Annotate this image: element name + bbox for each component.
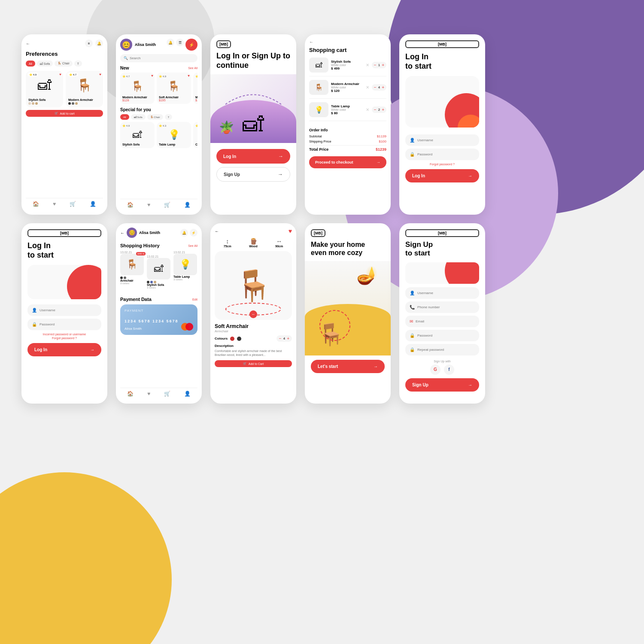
password-field[interactable]: 🔒 <box>405 330 479 341</box>
phone-input[interactable] <box>417 305 475 309</box>
search-input[interactable] <box>130 56 194 60</box>
back-button[interactable]: ← <box>215 229 219 234</box>
username-field[interactable]: 👤 <box>27 304 101 316</box>
see-all[interactable]: See All <box>188 244 197 247</box>
see-all-new[interactable]: See All <box>188 67 197 70</box>
qty-num: 2 <box>378 108 380 112</box>
add-to-cart-button[interactable]: 🛒 Add to cart <box>26 110 103 117</box>
qty-plus[interactable]: + <box>382 85 384 90</box>
qty-plus[interactable]: + <box>287 336 289 341</box>
signup-with-label: Sign Up with <box>405 360 479 363</box>
cart-img-sofa: 🛋 <box>309 58 328 73</box>
checkout-button[interactable]: Proceed to checkout → <box>309 156 386 168</box>
color-dot <box>68 102 71 105</box>
username-field[interactable]: 👤 <box>405 287 479 299</box>
color-black[interactable] <box>237 337 241 341</box>
qty-minus[interactable]: − <box>279 336 282 341</box>
filter-icon[interactable]: ⚡ <box>190 229 197 237</box>
repeat-password-input[interactable] <box>417 348 475 352</box>
login-button[interactable]: Log In → <box>27 343 101 356</box>
password-input[interactable] <box>417 152 475 156</box>
qty-minus[interactable]: − <box>374 85 377 90</box>
total-value: $1239 <box>376 147 386 152</box>
login-button[interactable]: Log In → <box>216 149 290 164</box>
menu-icon[interactable]: ☰ <box>176 39 184 46</box>
filter-t-2[interactable]: T <box>165 114 173 120</box>
item-name: Armchair <box>120 279 144 282</box>
mini-heart[interactable]: ♥ <box>188 74 190 78</box>
mini-heart[interactable]: ♥ <box>151 74 153 78</box>
email-field[interactable]: ✉ <box>405 316 479 327</box>
login-button[interactable]: Log In → <box>405 169 479 182</box>
signup-button[interactable]: Sign Up → <box>216 167 290 182</box>
nav-profile[interactable]: 👤 <box>184 391 191 397</box>
armchair-colors <box>68 102 100 105</box>
filter-sofa-2[interactable]: 🛋 Sofa <box>131 114 146 120</box>
nav-cart[interactable]: 🛒 <box>70 201 76 207</box>
filter-other[interactable]: T <box>74 61 82 67</box>
arrow-icon: → <box>278 153 283 159</box>
nav-favorites[interactable]: ♥ <box>53 201 56 207</box>
password-field[interactable]: 🔒 <box>405 149 479 160</box>
email-input[interactable] <box>416 319 475 323</box>
bell-icon[interactable]: 🔔 <box>95 39 103 47</box>
nav-cart[interactable]: 🛒 <box>164 391 170 397</box>
rotate-button[interactable]: ↔ <box>249 310 257 318</box>
qty-minus[interactable]: − <box>374 107 377 112</box>
armchair-heart[interactable]: ♥ <box>99 73 101 76</box>
filter-button[interactable]: ⚡ <box>185 39 197 51</box>
repeat-password-field[interactable]: 🔒 <box>405 344 479 355</box>
search-icon: 🔍 <box>124 56 128 60</box>
app-logo: [MB] <box>216 40 231 48</box>
username-field[interactable]: 👤 <box>405 134 479 146</box>
google-button[interactable]: G <box>430 365 440 375</box>
filter-all-2[interactable]: All <box>120 114 129 120</box>
password-input[interactable] <box>39 322 97 326</box>
username-input[interactable] <box>417 291 475 295</box>
signup-button[interactable]: Sign Up → <box>405 378 479 392</box>
back-button[interactable]: ← <box>309 39 386 44</box>
cart-close-lamp[interactable]: ✕ <box>366 107 369 112</box>
nav-favorites[interactable]: ♥ <box>147 202 150 208</box>
qty-plus[interactable]: + <box>382 63 384 67</box>
password-field[interactable]: 🔒 <box>27 319 101 330</box>
cart-close-armchair[interactable]: ✕ <box>366 85 369 90</box>
password-input[interactable] <box>417 334 475 337</box>
mini-img: 💡 <box>159 127 189 142</box>
new-products-row: ⭐ 4.7 🪑 Modern Armchair $128 ♥ ⭐ 4.9 🪑 <box>120 73 197 104</box>
filter-chair-2[interactable]: 🪑 Chair <box>147 114 163 120</box>
filter-icon[interactable]: ≡ <box>85 39 93 47</box>
qty-number: 4 <box>283 337 285 340</box>
username-input[interactable] <box>39 308 97 312</box>
username-input[interactable] <box>417 138 475 142</box>
forgot-password-link[interactable]: Forgot password ? <box>27 337 101 340</box>
nav-home[interactable]: 🏠 <box>127 391 134 397</box>
filter-sofa[interactable]: 🛋 Sofa <box>37 61 53 67</box>
qty-plus[interactable]: + <box>382 107 384 112</box>
back-button[interactable]: ← <box>120 231 125 235</box>
nav-home[interactable]: 🏠 <box>33 201 39 207</box>
lets-start-button[interactable]: Let's start → <box>311 360 385 373</box>
edit-link[interactable]: Edit <box>192 298 197 301</box>
heart-button[interactable]: ♥ <box>289 228 292 234</box>
bell-icon[interactable]: 🔔 <box>180 229 188 237</box>
back-button[interactable]: ← <box>26 41 30 46</box>
nav-profile[interactable]: 👤 <box>90 201 96 207</box>
bell-icon[interactable]: 🔔 <box>167 39 174 46</box>
qty-control-sofa: − 1 + <box>372 62 386 68</box>
color-red[interactable] <box>230 337 234 341</box>
filter-chair[interactable]: 🪑 Chair <box>55 61 73 67</box>
nav-cart[interactable]: 🛒 <box>164 202 170 208</box>
forgot-password-link[interactable]: Forgot password ? <box>405 163 479 166</box>
nav-favorites[interactable]: ♥ <box>147 391 150 397</box>
email-icon: ✉ <box>410 319 413 324</box>
add-to-cart-button[interactable]: 🛒 Add to Cart <box>215 360 292 367</box>
phone-field[interactable]: 📞 <box>405 301 479 313</box>
nav-profile[interactable]: 👤 <box>184 202 191 208</box>
sofa-heart[interactable]: ♥ <box>59 73 61 76</box>
qty-minus[interactable]: − <box>374 63 377 67</box>
filter-all[interactable]: All <box>26 61 35 67</box>
cart-close-sofa[interactable]: ✕ <box>366 63 369 67</box>
nav-home[interactable]: 🏠 <box>127 202 134 208</box>
facebook-button[interactable]: f <box>444 365 454 375</box>
